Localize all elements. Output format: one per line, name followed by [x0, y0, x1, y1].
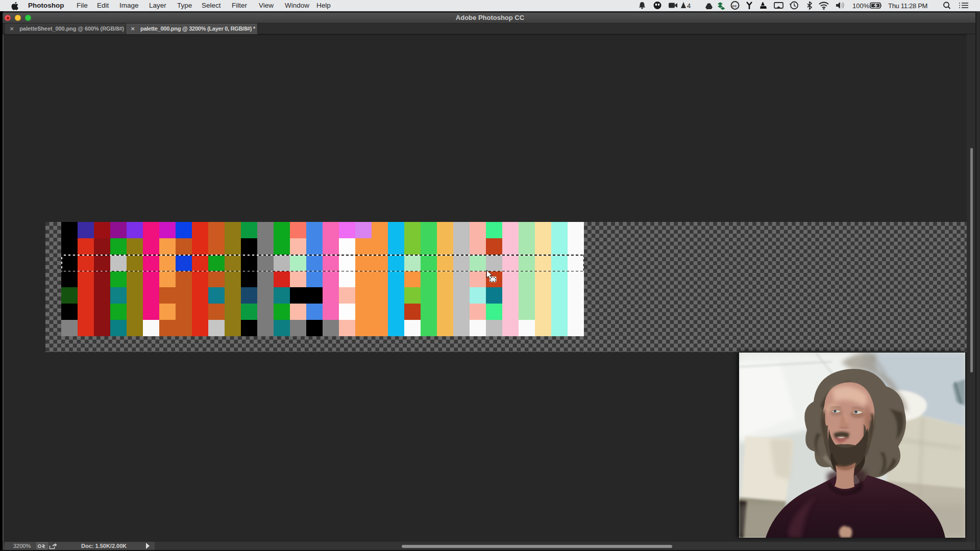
svg-text:cc: cc	[732, 4, 737, 8]
svg-text:Thu 11:28 PM: Thu 11:28 PM	[888, 2, 927, 10]
svg-text:100%: 100%	[852, 2, 870, 10]
svg-text:4: 4	[687, 2, 691, 10]
